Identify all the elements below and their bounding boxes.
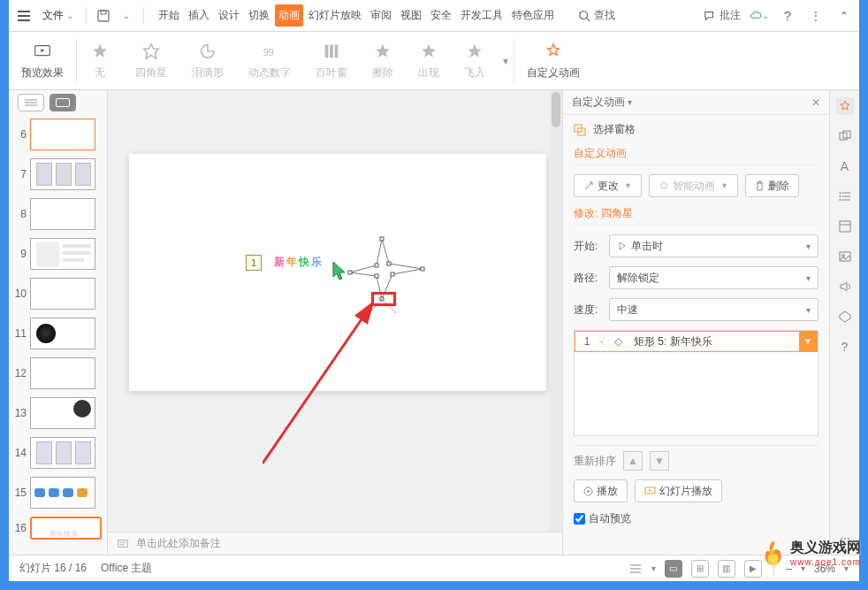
menu-tabs: 开始插入设计切换动画幻灯片放映审阅视图安全开发工具特色应用 — [155, 4, 558, 27]
on-click-icon: ☟ — [598, 335, 614, 348]
svg-rect-39 — [840, 221, 850, 232]
section-custom-animation: 自定义动画 — [574, 146, 819, 165]
tool-layout-icon[interactable] — [836, 218, 854, 235]
thumb-6[interactable] — [30, 119, 95, 150]
cursor-icon — [331, 260, 350, 281]
more-icon[interactable]: ⋮ — [806, 6, 826, 26]
animation-擦除[interactable]: 擦除 — [360, 32, 406, 89]
panel-title: 自定义动画 — [572, 95, 625, 110]
menu-tab-3[interactable]: 切换 — [245, 4, 273, 27]
smart-animation-button[interactable]: 智能动画▼ — [649, 174, 738, 197]
menu-tab-10[interactable]: 特色应用 — [508, 4, 558, 27]
thumb-12[interactable] — [30, 357, 95, 389]
normal-view-icon[interactable]: ▭ — [665, 560, 682, 578]
save-icon[interactable] — [94, 6, 113, 26]
animation-无[interactable]: 无 — [77, 32, 123, 89]
menu-tab-0[interactable]: 开始 — [155, 4, 183, 27]
scrollbar-vertical[interactable] — [550, 90, 562, 532]
close-panel-icon[interactable]: ✕ — [811, 96, 820, 109]
menu-tab-8[interactable]: 安全 — [427, 4, 455, 27]
animation-飞入[interactable]: 飞入 — [452, 32, 498, 89]
item-dropdown-icon[interactable]: ▼ — [799, 332, 817, 351]
search-button[interactable]: 查找 — [578, 8, 615, 23]
tool-audio-icon[interactable] — [836, 278, 854, 295]
file-menu[interactable]: 文件⌄ — [37, 6, 79, 25]
svg-rect-17 — [387, 262, 391, 265]
thumb-15[interactable] — [30, 477, 95, 509]
reading-view-icon[interactable]: ▥ — [718, 560, 735, 578]
custom-animation-panel: 自定义动画▾ ✕ 选择窗格 自定义动画 更改▼ 智能动画▼ 删除 修改: 四角星… — [562, 90, 829, 555]
animation-四角星[interactable]: 四角星 — [123, 32, 179, 89]
animation-list[interactable]: 1 ☟ ◇ 矩形 5: 新年快乐 ▼ — [574, 330, 819, 436]
thumb-7[interactable] — [30, 158, 95, 190]
text-happy-new-year[interactable]: 新年快乐 — [274, 255, 324, 270]
thumbnail-view-toggle[interactable] — [49, 94, 76, 111]
status-list-icon[interactable] — [628, 563, 643, 575]
thumb-13[interactable] — [30, 397, 95, 429]
speed-select[interactable]: 中速▾ — [609, 298, 819, 321]
thumb-8[interactable] — [30, 198, 95, 230]
reorder-label: 重新排序 — [574, 454, 616, 469]
tool-more-icon[interactable]: ⋯ — [836, 530, 854, 548]
preview-effect-button[interactable]: 预览效果 — [9, 32, 76, 89]
menu-tab-6[interactable]: 审阅 — [367, 4, 395, 27]
cloud-sync-icon[interactable]: ⌄ — [750, 6, 769, 26]
animation-泪滴形[interactable]: 泪滴形 — [179, 32, 236, 89]
menu-tab-5[interactable]: 幻灯片放映 — [305, 4, 365, 27]
slide-canvas[interactable]: 1 新年快乐 — [108, 90, 562, 532]
path-label: 路径: — [574, 271, 604, 286]
selection-pane-button[interactable]: 选择窗格 — [574, 122, 819, 137]
animation-动态数字[interactable]: 99动态数字 — [236, 32, 303, 89]
svg-line-3 — [587, 18, 590, 21]
notes-bar[interactable]: 单击此处添加备注 — [108, 532, 562, 555]
tool-object-icon[interactable] — [836, 127, 854, 145]
zoom-level[interactable]: 36% — [814, 563, 835, 575]
notes-placeholder: 单击此处添加备注 — [136, 536, 221, 551]
help-icon[interactable]: ? — [778, 6, 797, 26]
play-button[interactable]: 播放 — [574, 479, 628, 502]
menu-tab-7[interactable]: 视图 — [397, 4, 425, 27]
menu-tab-4[interactable]: 动画 — [275, 4, 303, 27]
menu-tab-1[interactable]: 插入 — [185, 4, 213, 27]
tool-list-icon[interactable] — [836, 188, 854, 205]
thumb-11[interactable] — [30, 318, 95, 349]
tool-star-icon[interactable] — [836, 97, 854, 115]
tool-image-icon[interactable] — [836, 248, 854, 265]
animation-百叶窗[interactable]: 百叶窗 — [303, 32, 360, 89]
collapse-ribbon-icon[interactable]: ⌃ — [834, 6, 854, 26]
thumb-9[interactable] — [30, 238, 95, 270]
menu-tab-2[interactable]: 设计 — [215, 4, 243, 27]
annotation-highlight-box — [371, 292, 396, 306]
change-button[interactable]: 更改▼ — [574, 174, 642, 197]
annotate-button[interactable]: 批注 — [704, 8, 741, 23]
delete-button[interactable]: 删除 — [745, 174, 799, 197]
svg-marker-12 — [350, 239, 423, 299]
svg-rect-19 — [375, 274, 378, 278]
path-select[interactable]: 解除锁定▾ — [609, 266, 819, 289]
ribbon-more-icon[interactable]: ▾ — [498, 32, 514, 89]
slideshow-view-icon[interactable]: ▶ — [744, 560, 762, 578]
menu-tab-9[interactable]: 开发工具 — [457, 4, 506, 27]
auto-preview-checkbox[interactable]: 自动预览 — [574, 511, 819, 526]
move-down-button[interactable]: ▼ — [650, 451, 669, 471]
move-up-button[interactable]: ▲ — [623, 451, 643, 471]
dropdown-icon[interactable]: ⌄ — [117, 6, 136, 26]
svg-point-2 — [580, 11, 588, 19]
animation-list-item[interactable]: 1 ☟ ◇ 矩形 5: 新年快乐 ▼ — [575, 331, 818, 352]
thumb-10[interactable] — [30, 278, 95, 310]
svg-rect-6 — [325, 45, 329, 58]
svg-rect-41 — [840, 252, 850, 261]
thumb-16[interactable]: 新年快乐 — [30, 517, 102, 540]
tool-shape-icon[interactable] — [836, 308, 854, 326]
svg-rect-20 — [375, 264, 378, 267]
tool-text-icon[interactable]: A — [836, 157, 854, 175]
sorter-view-icon[interactable]: ⊞ — [691, 560, 709, 578]
custom-animation-button[interactable]: 自定义动画 — [514, 32, 592, 89]
outline-view-toggle[interactable] — [18, 94, 44, 111]
start-select[interactable]: 单击时▾ — [609, 234, 819, 257]
tool-help-icon[interactable]: ? — [836, 338, 854, 356]
animation-出现[interactable]: 出现 — [406, 32, 452, 89]
menu-icon[interactable] — [14, 7, 34, 25]
thumb-14[interactable] — [30, 437, 95, 469]
slideshow-play-button[interactable]: 幻灯片播放 — [635, 479, 722, 502]
